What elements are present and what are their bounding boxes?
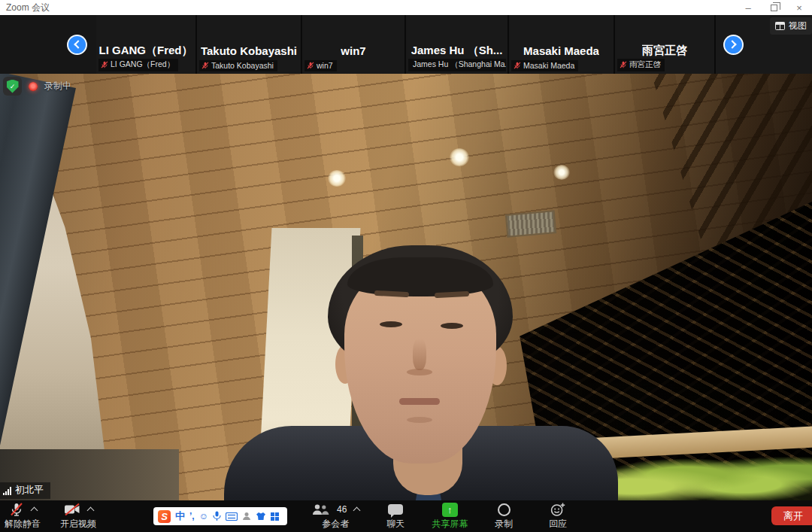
- record-button[interactable]: 录制: [486, 500, 522, 532]
- muted-mic-icon: [101, 61, 108, 68]
- muted-mic-icon: [201, 62, 209, 69]
- participants-label: 参会者: [322, 518, 349, 530]
- video-tile[interactable]: 雨宮正啓 雨宮正啓: [615, 15, 716, 74]
- speaker-name: 初北平: [15, 484, 44, 497]
- ceiling-light: [328, 170, 346, 187]
- ime-toolbar[interactable]: S 中 ’, ☺: [153, 507, 287, 525]
- reactions-label: 回应: [549, 518, 567, 530]
- person-fringe: [347, 257, 493, 296]
- participant-name: LI GANG（Fred）: [98, 32, 192, 58]
- muted-mic-icon: [620, 61, 627, 68]
- leave-button[interactable]: 离开: [771, 506, 812, 525]
- reactions-button[interactable]: 回应: [540, 500, 576, 532]
- shield-icon: ✓: [7, 80, 19, 93]
- person-eye: [441, 323, 463, 329]
- participant-name: James Hu （Sh...: [411, 32, 503, 58]
- recording-label: 录制中: [44, 80, 71, 93]
- ime-apps-icon[interactable]: [271, 512, 279, 521]
- participant-tag: LI GANG（Fred）: [98, 59, 178, 71]
- person-chin-shadow: [407, 417, 432, 423]
- participant-name: Masaki Maeda: [523, 32, 599, 57]
- active-speaker-video: ✓ 录制中 初北平: [0, 74, 812, 500]
- participant-tag: Masaki Maeda: [511, 60, 578, 71]
- video-tile[interactable]: James Hu （Sh... James Hu （Shanghai Ma...: [406, 15, 509, 74]
- participants-caret[interactable]: [353, 507, 361, 515]
- record-icon: [498, 503, 511, 516]
- meeting-toolbar: 解除静音 开启视频 S 中 ’, ☺ 46 参会者: [0, 500, 812, 532]
- person-nose: [413, 339, 426, 370]
- muted-mic-icon: [307, 62, 314, 69]
- participants-button[interactable]: 46 参会者: [311, 500, 359, 532]
- participant-tag: 雨宮正啓: [617, 59, 665, 71]
- chat-button[interactable]: 聊天: [377, 500, 414, 532]
- reactions-icon: [550, 502, 566, 517]
- minimize-button[interactable]: –: [735, 0, 761, 15]
- unmute-button[interactable]: 解除静音: [5, 500, 41, 532]
- participant-tag: Takuto Kobayashi: [199, 60, 277, 71]
- video-tile[interactable]: Takuto Kobayashi Takuto Kobayashi: [197, 15, 302, 74]
- mic-options-caret[interactable]: [30, 507, 38, 515]
- camera-off-icon: [64, 503, 80, 516]
- participant-tag: James Hu （Shanghai Ma...: [408, 59, 506, 71]
- video-tile[interactable]: win7 win7: [302, 15, 406, 74]
- ceiling-light: [553, 165, 570, 180]
- security-badge[interactable]: ✓: [3, 77, 22, 96]
- start-video-button[interactable]: 开启视频: [60, 500, 96, 532]
- filmstrip-left-zone: [0, 15, 96, 74]
- video-tile[interactable]: Masaki Maeda Masaki Maeda: [509, 15, 615, 74]
- view-button[interactable]: 视图: [770, 17, 812, 35]
- chevron-left-icon: [74, 40, 82, 48]
- person-mouth: [399, 398, 440, 405]
- participant-tag: win7: [304, 60, 337, 71]
- close-button[interactable]: ×: [786, 0, 812, 15]
- ime-voice-icon[interactable]: [213, 511, 221, 521]
- share-screen-label: 共享屏幕: [432, 518, 468, 530]
- ceiling-vent: [505, 210, 556, 238]
- muted-mic-icon: [9, 502, 24, 517]
- participants-count: 46: [337, 504, 347, 515]
- share-screen-icon: ↑: [442, 503, 458, 517]
- record-label: 录制: [495, 518, 513, 530]
- grid-view-icon: [775, 22, 785, 30]
- participants-icon: [311, 503, 329, 515]
- participant-name: Takuto Kobayashi: [201, 32, 297, 57]
- ceiling-light: [450, 148, 469, 166]
- audio-level-icon: [3, 487, 11, 497]
- view-label: 视图: [789, 20, 807, 32]
- scroll-right-button[interactable]: [723, 35, 744, 55]
- audio-video-controls: 解除静音 开启视频: [5, 500, 96, 532]
- ime-mode-chinese[interactable]: 中: [175, 509, 185, 523]
- muted-mic-icon: [514, 62, 521, 69]
- person-nose-shadow: [407, 369, 432, 375]
- ime-keyboard-icon[interactable]: [226, 512, 238, 521]
- scroll-left-button[interactable]: [67, 35, 87, 55]
- recording-indicator: ✓ 录制中: [3, 77, 71, 96]
- video-tiles: LI GANG（Fred） LI GANG（Fred） Takuto Kobay…: [96, 15, 716, 74]
- video-tile[interactable]: LI GANG（Fred） LI GANG（Fred）: [96, 15, 197, 74]
- chat-icon: [388, 504, 403, 515]
- center-controls: 46 参会者 聊天 ↑ 共享屏幕 录制 回应: [311, 500, 576, 532]
- ime-user-icon[interactable]: [242, 512, 251, 521]
- sogou-logo-icon[interactable]: S: [158, 510, 171, 523]
- ime-punctuation-icon[interactable]: ’,: [189, 511, 195, 521]
- video-options-caret[interactable]: [86, 507, 94, 515]
- chevron-right-icon: [728, 40, 736, 48]
- speaker-name-tag: 初北平: [0, 482, 50, 499]
- unmute-label: 解除静音: [5, 518, 41, 530]
- share-screen-button[interactable]: ↑ 共享屏幕: [432, 500, 468, 532]
- person-eye: [380, 321, 402, 327]
- participant-name: win7: [341, 32, 365, 57]
- window-titlebar: Zoom 会议 – ×: [0, 0, 812, 15]
- window-title: Zoom 会议: [0, 2, 50, 14]
- start-video-label: 开启视频: [60, 518, 96, 530]
- restore-icon: [771, 5, 777, 11]
- chat-label: 聊天: [386, 518, 404, 530]
- recording-dot-icon: [29, 82, 38, 91]
- window-controls: – ×: [735, 0, 812, 15]
- plants: [609, 454, 812, 500]
- ime-skin-icon[interactable]: [256, 512, 266, 521]
- ime-emoji-icon[interactable]: ☺: [199, 511, 208, 521]
- participant-filmstrip: LI GANG（Fred） LI GANG（Fred） Takuto Kobay…: [0, 15, 812, 74]
- participant-name: 雨宮正啓: [642, 32, 687, 58]
- restore-button[interactable]: [761, 0, 786, 15]
